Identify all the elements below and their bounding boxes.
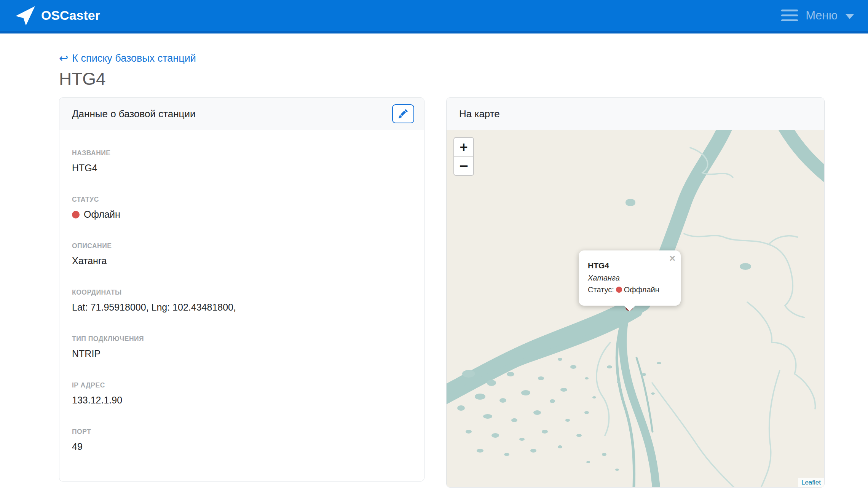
status-text: Офлайн [84, 209, 120, 220]
menu-label: Меню [806, 9, 838, 22]
brand-name: OSCaster [41, 8, 100, 23]
field-value: Хатанга [72, 255, 412, 266]
return-arrow-icon: ↩ [59, 52, 68, 65]
field-label: КООРДИНАТЫ [72, 289, 412, 297]
brand[interactable]: OSCaster [15, 5, 100, 26]
back-link[interactable]: ↩ К списку базовых станций [59, 52, 196, 65]
pencil-icon [399, 109, 408, 118]
leaflet-attribution-link[interactable]: Leaflet [798, 478, 824, 488]
status-dot-icon [72, 211, 80, 218]
zoom-out-button[interactable]: − [454, 156, 473, 175]
page-title: HTG4 [59, 69, 868, 89]
field-status: СТАТУС Офлайн [72, 196, 412, 220]
popup-status-label: Статус: [588, 285, 614, 294]
app-header: OSCaster Меню [0, 0, 868, 33]
station-card-header: Данные о базовой станции [59, 98, 424, 130]
field-label: ТИП ПОДКЛЮЧЕНИЯ [72, 335, 412, 343]
map-card-header: На карте [447, 98, 824, 130]
station-card-title: Данные о базовой станции [72, 108, 196, 120]
brand-logo-icon [15, 5, 36, 26]
chevron-down-icon [845, 14, 854, 19]
station-card-body: НАЗВАНИЕ HTG4 СТАТУС Офлайн ОПИСАНИЕ Хат… [59, 130, 424, 452]
popup-status-value: Оффлайн [624, 285, 659, 294]
map-zoom-control: + − [453, 137, 474, 176]
status-dot-icon [616, 287, 622, 293]
field-value: 49 [72, 441, 412, 452]
map-popup: × HTG4 Хатанга Статус:Оффлайн [579, 250, 681, 306]
field-value: Офлайн [72, 209, 412, 220]
popup-title: HTG4 [588, 260, 672, 272]
field-port: ПОРТ 49 [72, 428, 412, 452]
station-card: Данные о базовой станции НАЗВАНИЕ HTG4 С… [59, 97, 424, 481]
map-card: На карте [446, 97, 825, 488]
back-link-label: К списку базовых станций [72, 53, 196, 64]
field-value: NTRIP [72, 348, 412, 359]
field-name: НАЗВАНИЕ HTG4 [72, 149, 412, 174]
field-connection-type: ТИП ПОДКЛЮЧЕНИЯ NTRIP [72, 335, 412, 359]
field-label: ПОРТ [72, 428, 412, 436]
page: OSCaster Меню ↩ К списку базовых станций… [0, 0, 868, 491]
popup-status-line: Статус:Оффлайн [588, 284, 672, 296]
edit-button[interactable] [392, 104, 414, 123]
field-label: СТАТУС [72, 196, 412, 204]
menu-toggle[interactable]: Меню [781, 9, 854, 22]
main-content: ↩ К списку базовых станций HTG4 Данные о… [0, 33, 868, 488]
cards-row: Данные о базовой станции НАЗВАНИЕ HTG4 С… [59, 97, 868, 488]
field-label: IP АДРЕС [72, 381, 412, 389]
hamburger-icon [781, 10, 798, 21]
field-label: ОПИСАНИЕ [72, 242, 412, 250]
map-tiles [447, 130, 824, 488]
map-card-title: На карте [459, 108, 500, 120]
close-icon[interactable]: × [669, 253, 675, 264]
zoom-in-button[interactable]: + [454, 138, 473, 156]
field-coordinates: КООРДИНАТЫ Lat: 71.95918000, Lng: 102.43… [72, 289, 412, 313]
field-label: НАЗВАНИЕ [72, 149, 412, 157]
field-description: ОПИСАНИЕ Хатанга [72, 242, 412, 266]
map-canvas[interactable]: + − × HTG4 Хатанга Статус:Оффлайн Leafle… [447, 130, 824, 488]
field-value: 133.12.1.90 [72, 395, 412, 406]
field-value: HTG4 [72, 163, 412, 174]
field-value: Lat: 71.95918000, Lng: 102.43481800, [72, 302, 412, 313]
popup-subtitle: Хатанга [588, 272, 672, 284]
field-ip-address: IP АДРЕС 133.12.1.90 [72, 381, 412, 406]
